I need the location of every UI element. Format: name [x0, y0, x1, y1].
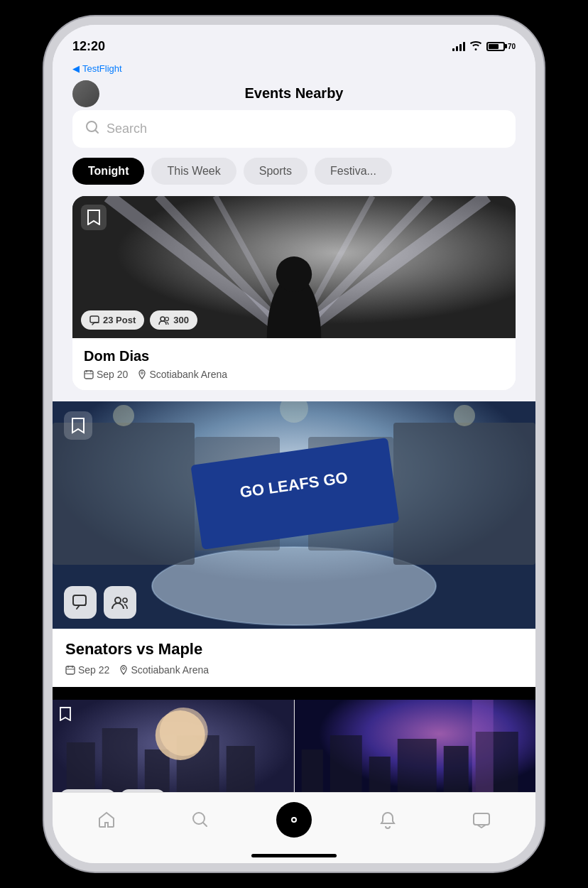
bookmark-button-2[interactable] [64, 411, 92, 440]
home-indicator [251, 854, 337, 857]
signal-icon [452, 41, 465, 51]
svg-rect-13 [85, 371, 93, 379]
svg-point-17 [141, 372, 143, 374]
avatar[interactable] [72, 80, 99, 107]
event-1-title: Dom Dias [84, 348, 504, 364]
status-time: 12:20 [72, 39, 105, 54]
event-2-date: Sep 22 [65, 664, 109, 676]
svg-rect-60 [474, 813, 489, 825]
event-2-date-text: Sep 22 [78, 664, 109, 676]
svg-point-11 [160, 317, 165, 321]
wifi-icon [469, 40, 482, 53]
event-1-posts: 23 Post [103, 315, 136, 325]
event-2-venue: Scotiabank Arena [119, 664, 209, 676]
status-bar: 12:20 [53, 25, 535, 62]
event-2-people-icon [104, 586, 136, 619]
svg-point-27 [454, 405, 475, 426]
event-2-details: Sep 22 Scotiabank Arena [65, 664, 523, 676]
back-arrow-icon: ◀ [72, 63, 80, 74]
event-1-date: Sep 20 [84, 369, 128, 380]
svg-rect-29 [73, 595, 86, 605]
bookmark-3a[interactable] [60, 707, 71, 725]
tab-sports[interactable]: Sports [244, 158, 307, 185]
battery-label: 70 [508, 43, 516, 50]
event-image-senators: GO LEAFS GO [53, 401, 535, 629]
nav-search[interactable] [153, 811, 247, 829]
svg-point-12 [165, 317, 169, 320]
event-2-title: Senators vs Maple [65, 640, 523, 659]
tab-tonight[interactable]: Tonight [72, 158, 144, 185]
filter-tabs: Tonight This Week Sports Festiva... [53, 158, 535, 196]
event-1-info: Dom Dias Sep 20 Scotiabank Arena [72, 338, 516, 390]
event-1-attendees: 300 [173, 315, 189, 325]
event-card-dom-dias[interactable]: 23 Post 300 Dom Dias Sep 20 [72, 196, 516, 390]
bottom-nav [53, 792, 535, 863]
event-image-dom-dias: 23 Post 300 [72, 196, 516, 338]
svg-point-31 [123, 598, 127, 602]
svg-rect-32 [66, 666, 75, 674]
back-nav[interactable]: ◀ TestFlight [53, 62, 535, 80]
tab-this-week[interactable]: This Week [151, 158, 236, 185]
nav-notifications[interactable] [341, 811, 435, 829]
search-bar[interactable]: Search [72, 110, 516, 148]
event-1-attendees-badge: 300 [150, 310, 197, 330]
event-1-badges: 23 Post 300 [81, 310, 197, 330]
nav-home[interactable] [60, 811, 153, 829]
search-placeholder: Search [107, 121, 147, 136]
svg-point-9 [276, 256, 312, 292]
back-label: TestFlight [82, 63, 122, 74]
event-1-date-text: Sep 20 [97, 369, 128, 380]
chat-active-circle [276, 802, 312, 838]
event-1-details: Sep 20 Scotiabank Arena [84, 369, 504, 380]
nav-messages[interactable] [435, 811, 528, 829]
nav-chat-active[interactable] [247, 802, 341, 838]
event-2-venue-text: Scotiabank Arena [131, 664, 209, 676]
app-header: Events Nearby [53, 80, 535, 110]
svg-rect-20 [53, 423, 195, 565]
tab-festival[interactable]: Festiva... [315, 158, 392, 185]
event-2-chat-icon [64, 586, 97, 619]
event-2-info: Senators vs Maple Sep 22 Scotiabank Aren… [53, 629, 535, 687]
phone-frame: 12:20 [0, 0, 588, 888]
search-icon [85, 120, 99, 138]
svg-rect-10 [90, 316, 99, 323]
svg-point-30 [115, 597, 121, 603]
event-1-venue: Scotiabank Arena [138, 369, 227, 380]
search-container: Search [53, 110, 535, 158]
phone-body: 12:20 [53, 25, 535, 863]
status-icons: 70 [452, 40, 516, 53]
event-1-posts-badge: 23 Post [81, 310, 144, 330]
event-card-senators[interactable]: GO LEAFS GO [53, 401, 535, 700]
svg-point-36 [123, 668, 125, 670]
svg-point-59 [293, 818, 295, 821]
svg-point-44 [160, 708, 208, 756]
bookmark-button-1[interactable] [81, 205, 107, 230]
svg-point-26 [113, 405, 134, 426]
battery-icon [486, 42, 505, 51]
event-2-badges [64, 586, 136, 619]
svg-rect-22 [393, 423, 535, 565]
page-title: Events Nearby [245, 85, 344, 102]
battery-container: 70 [486, 42, 516, 51]
event-1-venue-text: Scotiabank Arena [149, 369, 227, 380]
